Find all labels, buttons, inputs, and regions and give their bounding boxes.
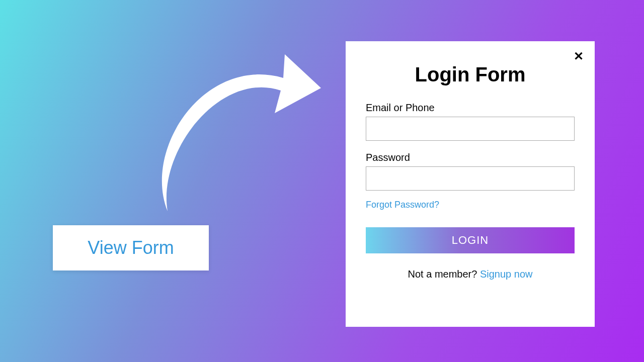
arrow-icon (155, 50, 331, 226)
email-field-group: Email or Phone (366, 102, 575, 141)
signup-link[interactable]: Signup now (480, 268, 533, 280)
signup-text: Not a member? (408, 268, 480, 280)
email-input[interactable] (366, 117, 575, 141)
password-input[interactable] (366, 166, 575, 191)
login-button[interactable]: LOGIN (366, 227, 575, 253)
email-label: Email or Phone (366, 102, 575, 114)
view-form-button[interactable]: View Form (53, 225, 209, 270)
close-icon[interactable]: ✕ (574, 50, 584, 62)
forgot-password-link[interactable]: Forgot Password? (366, 200, 575, 210)
password-field-group: Password (366, 152, 575, 191)
login-modal: ✕ Login Form Email or Phone Password For… (346, 41, 595, 327)
signup-prompt: Not a member? Signup now (366, 268, 575, 280)
password-label: Password (366, 152, 575, 163)
modal-title: Login Form (366, 63, 575, 86)
